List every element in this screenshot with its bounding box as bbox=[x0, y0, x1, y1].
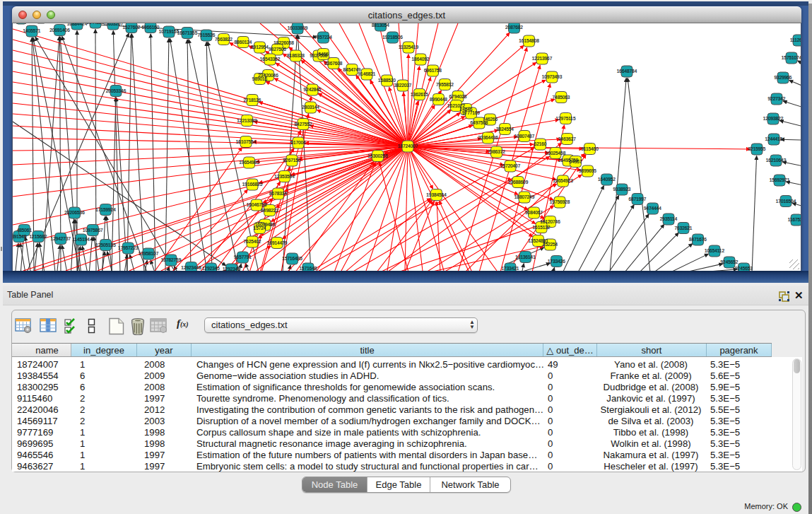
svg-text:18807249: 18807249 bbox=[514, 194, 535, 199]
svg-text:7485063: 7485063 bbox=[553, 95, 570, 100]
svg-text:19166825: 19166825 bbox=[242, 182, 263, 187]
svg-text:2935114: 2935114 bbox=[660, 216, 678, 221]
svg-text:2718126: 2718126 bbox=[244, 98, 261, 103]
svg-text:617004: 617004 bbox=[290, 140, 306, 145]
svg-text:9227342: 9227342 bbox=[768, 96, 786, 101]
svg-text:9245652: 9245652 bbox=[721, 259, 739, 264]
svg-text:12213389: 12213389 bbox=[237, 118, 257, 123]
svg-text:2087682: 2087682 bbox=[505, 25, 523, 30]
svg-text:10688609: 10688609 bbox=[508, 180, 529, 185]
svg-text:252254: 252254 bbox=[543, 242, 558, 247]
svg-text:12093822: 12093822 bbox=[763, 116, 784, 121]
svg-text:1244415: 1244415 bbox=[765, 136, 783, 141]
svg-text:1640952: 1640952 bbox=[598, 177, 616, 182]
svg-text:1733426: 1733426 bbox=[548, 259, 565, 264]
svg-text:7857224: 7857224 bbox=[314, 35, 332, 40]
svg-text:485061: 485061 bbox=[17, 228, 33, 233]
svg-text:7663822: 7663822 bbox=[215, 37, 233, 42]
svg-text:10654112: 10654112 bbox=[705, 248, 724, 253]
svg-text:8860124: 8860124 bbox=[235, 40, 252, 45]
svg-text:6497568: 6497568 bbox=[471, 120, 488, 125]
svg-text:12975115: 12975115 bbox=[556, 116, 576, 121]
svg-text:16154808: 16154808 bbox=[519, 38, 539, 43]
svg-text:9777169: 9777169 bbox=[462, 110, 480, 115]
svg-text:1215682: 1215682 bbox=[30, 234, 47, 239]
svg-text:9644221: 9644221 bbox=[87, 23, 105, 25]
svg-text:1112644: 1112644 bbox=[790, 37, 801, 42]
svg-text:989016: 989016 bbox=[252, 76, 268, 81]
svg-text:14136141: 14136141 bbox=[515, 255, 536, 259]
svg-text:16543362: 16543362 bbox=[260, 57, 281, 62]
svg-text:8471676: 8471676 bbox=[689, 237, 707, 242]
svg-text:9084067: 9084067 bbox=[525, 210, 543, 215]
svg-text:16046758: 16046758 bbox=[247, 202, 267, 207]
svg-text:8498222: 8498222 bbox=[261, 208, 278, 213]
svg-text:10975867: 10975867 bbox=[83, 228, 103, 233]
svg-text:13958107: 13958107 bbox=[139, 251, 159, 256]
svg-text:8427552: 8427552 bbox=[295, 122, 312, 127]
svg-text:15692971: 15692971 bbox=[770, 177, 790, 182]
svg-text:8990448: 8990448 bbox=[430, 97, 447, 102]
svg-text:1292345: 1292345 bbox=[202, 266, 220, 271]
svg-text:7632621: 7632621 bbox=[675, 226, 693, 230]
svg-text:7986372: 7986372 bbox=[488, 149, 505, 154]
svg-text:7515526: 7515526 bbox=[198, 33, 216, 37]
svg-text:12505135: 12505135 bbox=[95, 243, 116, 247]
svg-text:16033809: 16033809 bbox=[288, 25, 308, 30]
svg-text:9242845: 9242845 bbox=[304, 87, 322, 92]
svg-text:6961758: 6961758 bbox=[424, 68, 442, 73]
svg-text:16782759: 16782759 bbox=[161, 257, 182, 262]
svg-text:9463627: 9463627 bbox=[558, 136, 576, 141]
svg-text:20364436: 20364436 bbox=[478, 135, 498, 140]
svg-text:1527602: 1527602 bbox=[123, 25, 141, 30]
svg-text:19654985: 19654985 bbox=[239, 160, 259, 165]
svg-text:6871997: 6871997 bbox=[629, 197, 647, 201]
svg-text:6966160: 6966160 bbox=[142, 25, 160, 30]
svg-text:9827506: 9827506 bbox=[269, 47, 286, 52]
svg-text:8267150: 8267150 bbox=[283, 158, 301, 163]
svg-text:2367608: 2367608 bbox=[325, 61, 343, 66]
svg-text:20206536: 20206536 bbox=[64, 210, 85, 215]
svg-text:17016504: 17016504 bbox=[776, 199, 796, 204]
svg-text:10653267: 10653267 bbox=[103, 23, 124, 26]
svg-text:12942737: 12942737 bbox=[51, 236, 71, 241]
svg-text:5466: 5466 bbox=[318, 52, 329, 57]
svg-text:12353594: 12353594 bbox=[274, 174, 295, 179]
svg-text:9657791: 9657791 bbox=[234, 255, 252, 259]
svg-text:15724: 15724 bbox=[254, 226, 266, 230]
svg-text:20053346: 20053346 bbox=[106, 88, 126, 93]
svg-text:7955812: 7955812 bbox=[436, 82, 454, 87]
svg-text:1864092: 1864092 bbox=[412, 57, 430, 62]
svg-text:11325419: 11325419 bbox=[399, 45, 418, 49]
svg-text:9146821: 9146821 bbox=[358, 71, 376, 76]
svg-text:18226058: 18226058 bbox=[273, 40, 294, 45]
svg-text:9245653: 9245653 bbox=[735, 266, 753, 271]
svg-text:17159924: 17159924 bbox=[95, 207, 116, 212]
svg-text:8678334: 8678334 bbox=[269, 191, 287, 196]
svg-text:62160: 62160 bbox=[534, 141, 547, 146]
svg-text:7625402: 7625402 bbox=[244, 239, 261, 244]
svg-text:2803144: 2803144 bbox=[302, 105, 319, 110]
svg-text:1571648: 1571648 bbox=[300, 266, 317, 271]
svg-text:16107554: 16107554 bbox=[236, 139, 257, 144]
svg-text:16914479: 16914479 bbox=[267, 240, 288, 245]
svg-text:10973493: 10973493 bbox=[542, 74, 563, 79]
svg-text:16648784: 16648784 bbox=[617, 69, 637, 74]
svg-text:1405571: 1405571 bbox=[23, 28, 41, 33]
svg-text:19218506: 19218506 bbox=[382, 35, 403, 40]
svg-text:64957: 64957 bbox=[570, 159, 582, 164]
svg-text:9338923: 9338923 bbox=[613, 187, 631, 192]
svg-text:15720407: 15720407 bbox=[500, 163, 521, 168]
svg-text:12213967: 12213967 bbox=[532, 56, 553, 61]
svg-text:19756928: 19756928 bbox=[550, 199, 570, 204]
svg-text:16671355: 16671355 bbox=[177, 30, 198, 35]
svg-text:19384554: 19384554 bbox=[426, 192, 447, 197]
svg-text:10719155: 10719155 bbox=[159, 29, 180, 34]
svg-text:1615132: 1615132 bbox=[533, 225, 551, 230]
svg-text:1167533: 1167533 bbox=[788, 217, 801, 222]
svg-text:1362615: 1362615 bbox=[411, 92, 428, 97]
svg-text:391549: 391549 bbox=[13, 234, 27, 239]
svg-text:8912954: 8912954 bbox=[251, 45, 269, 49]
svg-text:18724007: 18724007 bbox=[398, 144, 418, 148]
svg-text:10807487: 10807487 bbox=[514, 134, 535, 139]
